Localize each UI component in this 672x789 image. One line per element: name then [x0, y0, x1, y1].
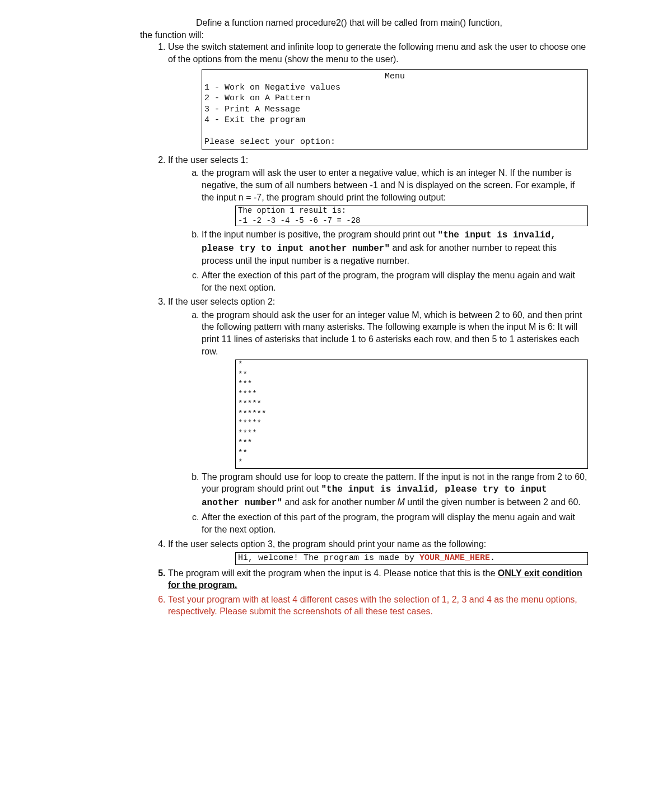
name-box-post: . [490, 553, 495, 563]
intro-line1: Define a function named procedure2() tha… [196, 17, 588, 29]
item-3-head: If the user selects option 2: [168, 297, 275, 306]
item-3c-text: After the exection of this part of the p… [202, 512, 575, 534]
item-2a: the program will ask the user to enter a… [202, 167, 588, 226]
item-3a-text: the program should ask the user for an i… [202, 310, 582, 356]
item-4-text: If the user selects option 3, the progra… [168, 539, 486, 549]
item-3c: After the exection of this part of the p… [202, 511, 588, 535]
assignment-document: Define a function named procedure2() tha… [84, 17, 588, 618]
item-5: The program will exit the program when t… [168, 567, 588, 591]
intro-line2: the function will: [140, 29, 588, 41]
menu-opt2: 2 - Work on A Pattern [204, 94, 310, 103]
item-1: Use the switch statement and infinite lo… [168, 41, 588, 150]
item-4: If the user selects option 3, the progra… [168, 538, 588, 565]
option1-output-box: The option 1 result is: -1 -2 -3 -4 -5 -… [235, 206, 588, 226]
item-2b: If the input number is positive, the pro… [202, 228, 588, 267]
item-6-text: Test your program with at least 4 differ… [168, 595, 577, 617]
item-2-head: If the user selects 1: [168, 155, 248, 165]
item-2c-text: After the exection of this part of the p… [202, 270, 575, 292]
item-2: If the user selects 1: the program will … [168, 154, 588, 293]
menu-code-box: Menu1 - Work on Negative values 2 - Work… [202, 69, 588, 150]
item-3b: The program should use for loop to creat… [202, 471, 588, 510]
item-2a-text: the program will ask the user to enter a… [202, 168, 575, 202]
name-placeholder: YOUR_NAME_HERE [419, 553, 490, 563]
item-3b-post1: and ask for another number [282, 497, 397, 507]
menu-opt1: 1 - Work on Negative values [204, 83, 340, 92]
item-1-text: Use the switch statement and infinite lo… [168, 42, 586, 64]
opt1-line1: The option 1 result is: [238, 206, 346, 215]
intro-block: Define a function named procedure2() tha… [140, 17, 588, 41]
item-3b-post2: until the given number is between 2 and … [405, 497, 581, 507]
item-2b-pre: If the input number is positive, the pro… [202, 230, 438, 239]
main-list: Use the switch statement and infinite lo… [84, 41, 588, 618]
item-3: If the user selects option 2: the progra… [168, 296, 588, 535]
menu-prompt: Please select your option: [204, 137, 335, 147]
menu-opt3: 3 - Print A Message [204, 105, 300, 114]
item-3-sublist: the program should ask the user for an i… [202, 309, 588, 536]
item-3b-italic: M [397, 497, 404, 507]
item-2c: After the exection of this part of the p… [202, 269, 588, 293]
item-2-sublist: the program will ask the user to enter a… [202, 167, 588, 293]
menu-opt4: 4 - Exit the program [204, 115, 305, 125]
name-output-box: Hi, welcome! The program is made by YOUR… [235, 552, 588, 564]
pattern-box: * ** *** **** ***** ****** ***** **** **… [235, 360, 588, 469]
menu-title: Menu [204, 71, 585, 82]
item-5-pre: The program will exit the program when t… [168, 568, 498, 578]
opt1-line2: -1 -2 -3 -4 -5 -6 -7 = -28 [238, 216, 360, 225]
item-3a: the program should ask the user for an i… [202, 309, 588, 469]
item-6: Test your program with at least 4 differ… [168, 594, 588, 618]
name-box-pre: Hi, welcome! The program is made by [238, 553, 419, 563]
